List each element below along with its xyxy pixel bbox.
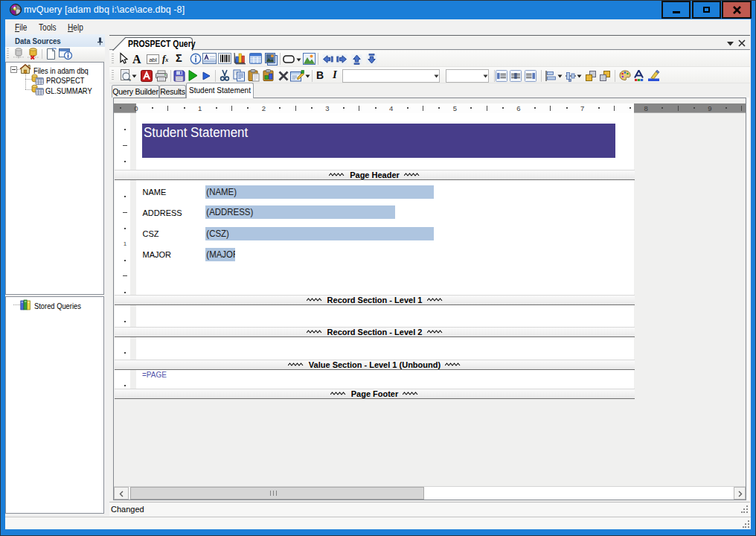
svg-text:abl: abl bbox=[149, 56, 157, 63]
